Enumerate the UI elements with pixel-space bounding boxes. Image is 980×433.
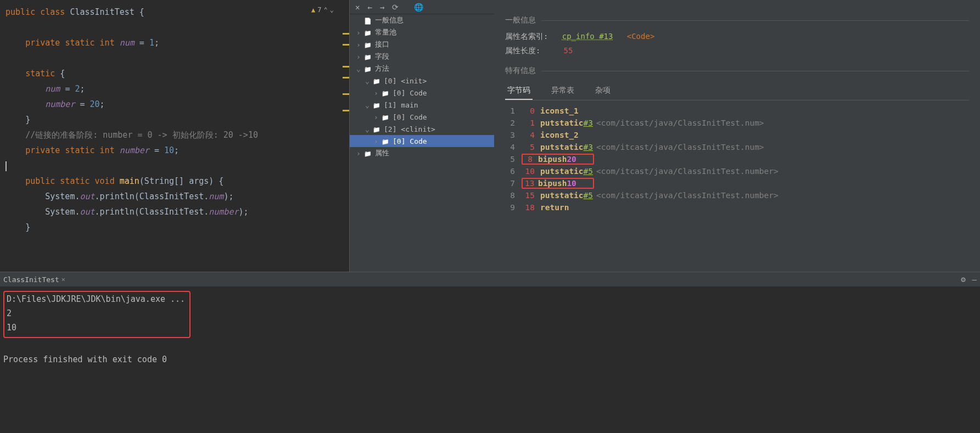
- forward-icon[interactable]: →: [380, 3, 384, 12]
- tree-node-method-init[interactable]: ⌄[0] <init>: [350, 75, 494, 87]
- folder-icon: [382, 137, 390, 145]
- bytecode-row[interactable]: 815putstatic #5<com/itcast/java/ClassIni…: [505, 189, 969, 201]
- tree-node-method-clinit[interactable]: ⌄[2] <clinit>: [350, 123, 494, 135]
- bytecode-row[interactable]: 918return: [505, 201, 969, 213]
- bytecode-row[interactable]: 10iconst_1: [505, 105, 969, 117]
- run-tab[interactable]: ClassInitTest ✕: [3, 275, 65, 284]
- section-special: 特有信息: [505, 66, 969, 76]
- bytecode-table[interactable]: 10iconst_121putstatic #3<com/itcast/java…: [505, 105, 969, 213]
- tree-node-method-main[interactable]: ⌄[1] main: [350, 99, 494, 111]
- globe-icon[interactable]: 🌐: [414, 3, 423, 12]
- folder-icon: [373, 125, 382, 133]
- bytecode-row[interactable]: 58 bipush 20: [505, 153, 969, 165]
- folder-icon: [382, 89, 390, 97]
- tree-node-general[interactable]: 一般信息: [350, 14, 494, 26]
- folder-icon: [373, 77, 382, 85]
- class-structure-tree[interactable]: ✕ ← → ⟳ 🌐 一般信息 ›常量池 ›接口 ›字段 ⌄方法 ⌄[0] <in…: [349, 0, 494, 272]
- attr-name-link[interactable]: cp_info #13: [562, 32, 613, 41]
- tree-node-init-code[interactable]: ›[0] Code: [350, 87, 494, 99]
- folder-icon: [364, 29, 373, 37]
- attribute-info-panel: 一般信息 属性名索引: cp_info #13 <Code> 属性长度: 55 …: [494, 0, 980, 272]
- run-tabs-bar: ClassInitTest ✕ ⚙ —: [0, 272, 980, 286]
- file-icon: [364, 16, 373, 25]
- bytecode-row[interactable]: 45putstatic #3<com/itcast/java/ClassInit…: [505, 141, 969, 153]
- minimize-icon[interactable]: —: [972, 275, 977, 284]
- tree-node-methods[interactable]: ⌄方法: [350, 63, 494, 75]
- folder-icon: [364, 41, 373, 49]
- attr-name-row: 属性名索引: cp_info #13 <Code>: [505, 32, 969, 42]
- close-icon[interactable]: ✕: [61, 275, 65, 283]
- bytecode-row[interactable]: 21putstatic #3<com/itcast/java/ClassInit…: [505, 117, 969, 129]
- refresh-icon[interactable]: ⟳: [392, 3, 399, 12]
- warning-count: 7: [317, 2, 321, 18]
- folder-icon: [364, 65, 373, 73]
- back-icon[interactable]: ←: [367, 3, 372, 12]
- marker-stripe[interactable]: [338, 0, 349, 272]
- section-general: 一般信息: [505, 15, 969, 25]
- console-output[interactable]: D:\Files\JDKJRE\JDK\bin\java.exe ... 2 1…: [0, 286, 980, 433]
- tree-node-fields[interactable]: ›字段: [350, 50, 494, 63]
- tree-node-main-code[interactable]: ›[0] Code: [350, 111, 494, 123]
- tree-node-interfaces[interactable]: ›接口: [350, 38, 494, 50]
- bytecode-tabs: 字节码 异常表 杂项: [505, 82, 969, 100]
- code-editor[interactable]: ▲ 7 ⌃ ⌄ public class ClassInitTest { pri…: [0, 0, 349, 272]
- folder-icon: [382, 113, 390, 121]
- tree-node-attributes[interactable]: ›属性: [350, 147, 494, 159]
- warning-icon: ▲: [311, 2, 315, 18]
- tab-misc[interactable]: 杂项: [593, 82, 613, 100]
- bytecode-row[interactable]: 610putstatic #5<com/itcast/java/ClassIni…: [505, 165, 969, 177]
- folder-icon: [364, 149, 373, 158]
- constpool-ref[interactable]: #5: [584, 191, 593, 200]
- bytecode-row[interactable]: 713 bipush 10: [505, 177, 969, 189]
- constpool-ref[interactable]: #3: [584, 143, 593, 151]
- bytecode-row[interactable]: 34iconst_2: [505, 129, 969, 141]
- chevron-down-icon: ⌄: [330, 2, 334, 18]
- close-icon[interactable]: ✕: [355, 3, 360, 12]
- attr-length-row: 属性长度: 55: [505, 46, 969, 56]
- gear-icon[interactable]: ⚙: [961, 275, 965, 284]
- console-highlight-box: D:\Files\JDKJRE\JDK\bin\java.exe ... 2 1…: [3, 291, 191, 338]
- tab-exceptions[interactable]: 异常表: [549, 82, 576, 100]
- tab-bytecode[interactable]: 字节码: [505, 82, 533, 100]
- constpool-ref[interactable]: #5: [584, 167, 593, 176]
- inspection-badge[interactable]: ▲ 7 ⌃ ⌄: [311, 2, 334, 18]
- tree-toolbar: ✕ ← → ⟳ 🌐: [350, 0, 494, 14]
- constpool-ref[interactable]: #3: [584, 119, 593, 127]
- run-tool-window: ClassInitTest ✕ ⚙ — D:\Files\JDKJRE\JDK\…: [0, 272, 980, 433]
- tree-node-clinit-code[interactable]: ›[0] Code: [350, 135, 494, 147]
- tree-node-constpool[interactable]: ›常量池: [350, 26, 494, 38]
- folder-icon: [364, 53, 373, 61]
- folder-icon: [373, 101, 382, 109]
- chevron-up-icon: ⌃: [324, 2, 328, 18]
